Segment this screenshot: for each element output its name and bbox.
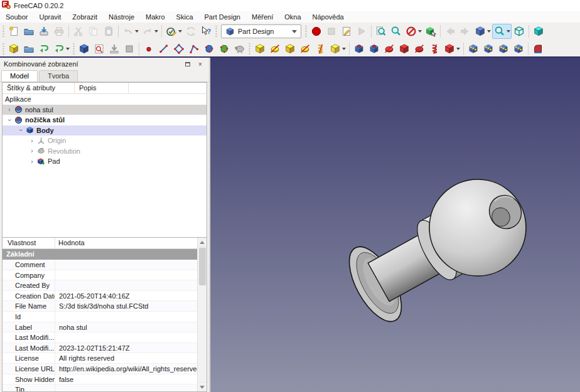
multi-transform-icon[interactable] xyxy=(511,41,526,56)
pocket-icon[interactable] xyxy=(352,41,367,56)
3d-scene[interactable] xyxy=(210,58,580,392)
menu-okna[interactable]: Okna xyxy=(279,12,306,22)
property-name[interactable]: Creation Date xyxy=(3,291,55,301)
scroll-down-arrow[interactable] xyxy=(198,382,207,391)
copy-icon[interactable] xyxy=(86,24,101,39)
groove-icon[interactable] xyxy=(382,41,397,56)
property-row-file-name[interactable]: File NameS:/3d tisk/3d/noha stul.FCStd xyxy=(3,301,197,312)
nav-back-icon[interactable] xyxy=(443,24,458,39)
toolbar-handle[interactable] xyxy=(215,24,218,38)
cut-icon[interactable] xyxy=(71,24,86,39)
additive-pipe-icon[interactable] xyxy=(298,41,313,56)
menu-upravit[interactable]: Upravit xyxy=(33,12,67,22)
property-row-id[interactable]: Id xyxy=(3,312,197,322)
additive-loft-icon[interactable] xyxy=(282,41,298,56)
property-value[interactable] xyxy=(55,260,197,270)
expand-arrow-icon[interactable]: › xyxy=(28,147,36,154)
property-value[interactable] xyxy=(55,312,197,322)
property-value[interactable] xyxy=(55,384,197,392)
property-name[interactable]: License URL xyxy=(3,364,55,374)
refresh-icon[interactable] xyxy=(183,24,198,39)
tree-row-no-i-ka-st-l[interactable]: ›nožička stůl xyxy=(3,115,207,125)
menu-n-pov-da[interactable]: Nápověda xyxy=(307,12,350,22)
edit-mode-icon[interactable] xyxy=(164,24,183,39)
link-tools-icon[interactable] xyxy=(51,41,71,56)
open-file-icon[interactable] xyxy=(21,24,36,39)
mirrored-icon[interactable] xyxy=(466,41,481,56)
tree-row-pad[interactable]: ›Pad xyxy=(3,156,207,167)
zoom-tools-icon[interactable] xyxy=(492,24,512,39)
property-value[interactable] xyxy=(55,332,197,342)
toolbar-handle[interactable] xyxy=(304,24,308,38)
panel-close-button[interactable]: × xyxy=(195,60,205,68)
menu-part-design[interactable]: Part Design xyxy=(199,12,246,22)
validate-sketch-icon[interactable] xyxy=(122,41,137,56)
macro-edit-icon[interactable] xyxy=(339,24,354,39)
property-name[interactable]: Last Modifi... xyxy=(3,332,55,342)
local-cs-icon[interactable] xyxy=(186,41,201,56)
property-scrollbar[interactable] xyxy=(197,238,207,391)
draw-style-icon[interactable] xyxy=(512,24,527,39)
select-bbox-icon[interactable] xyxy=(423,24,438,39)
datum-line-icon[interactable] xyxy=(156,41,171,56)
subtractive-helix-icon[interactable] xyxy=(427,41,442,56)
property-name[interactable]: File Name xyxy=(3,301,55,311)
property-row-last-modifi-[interactable]: Last Modifi... xyxy=(3,332,197,343)
pad-icon[interactable] xyxy=(252,41,267,56)
toolbar-handle[interactable] xyxy=(2,42,5,56)
menu-n-stroje[interactable]: Nástroje xyxy=(103,12,140,22)
texture-view-icon[interactable] xyxy=(531,24,546,39)
axonometric-view-icon[interactable] xyxy=(473,24,492,39)
property-group-zakladni[interactable]: Základní xyxy=(3,249,207,260)
property-name[interactable]: Id xyxy=(3,312,55,322)
subtractive-loft-icon[interactable] xyxy=(397,41,412,56)
revolution-icon[interactable] xyxy=(267,41,282,56)
new-file-icon[interactable] xyxy=(6,24,21,39)
make-link-icon[interactable] xyxy=(36,41,51,56)
hole-icon[interactable] xyxy=(367,41,382,56)
panel-float-button[interactable] xyxy=(183,60,193,68)
create-sketch-icon[interactable] xyxy=(92,41,107,56)
menu-makro[interactable]: Makro xyxy=(140,12,171,22)
property-value[interactable]: S:/3d tisk/3d/noha stul.FCStd xyxy=(55,301,197,311)
property-value[interactable]: 2021-05-20T14:40:16Z xyxy=(55,291,197,301)
property-row-last-modifi-[interactable]: Last Modifi...2023-12-02T15:21:47Z xyxy=(3,343,197,354)
clipping-plane-icon[interactable] xyxy=(404,24,423,39)
subtractive-primitive-icon[interactable] xyxy=(442,41,461,56)
tree-row-revolution[interactable]: ›Revolution xyxy=(3,146,207,157)
property-value[interactable]: 2023-12-02T15:21:47Z xyxy=(55,343,197,353)
property-name[interactable]: Created By xyxy=(3,280,55,290)
workbench-selector[interactable]: Part Design xyxy=(221,24,301,38)
property-name[interactable]: Last Modifi... xyxy=(3,343,55,353)
property-value[interactable] xyxy=(55,280,197,290)
tree-row-aplikace[interactable]: Aplikace xyxy=(3,94,207,105)
additive-primitive-icon[interactable] xyxy=(328,41,347,56)
subtractive-pipe-icon[interactable] xyxy=(412,41,427,56)
tree-row-body[interactable]: ›Body xyxy=(3,125,207,136)
fit-all-icon[interactable] xyxy=(373,24,389,39)
point-icon[interactable] xyxy=(141,41,156,56)
paste-icon[interactable] xyxy=(101,24,116,39)
whats-this-icon[interactable]: ? xyxy=(198,24,213,39)
tab-model[interactable]: Model xyxy=(1,70,38,82)
tree-row-noha-stul[interactable]: ›noha stul xyxy=(3,105,207,115)
expand-arrow-icon[interactable]: › xyxy=(5,106,14,113)
create-body-icon[interactable] xyxy=(77,41,92,56)
property-row-creation-date[interactable]: Creation Date2021-05-20T14:40:16Z xyxy=(3,291,197,302)
property-name[interactable]: Tip xyxy=(3,384,55,392)
property-name[interactable]: Label xyxy=(3,322,55,332)
menu-zobrazit[interactable]: Zobrazit xyxy=(67,12,103,22)
additive-helix-icon[interactable] xyxy=(313,41,328,56)
property-row-label[interactable]: Labelnoha stul xyxy=(3,322,197,333)
property-name[interactable]: License xyxy=(3,353,55,363)
undo-icon[interactable] xyxy=(121,24,140,39)
property-value[interactable] xyxy=(55,270,197,280)
nav-forward-icon[interactable] xyxy=(458,24,473,39)
linear-pattern-icon[interactable] xyxy=(481,41,496,56)
macro-play-icon[interactable] xyxy=(354,24,369,39)
property-row-tip[interactable]: Tip xyxy=(3,384,197,392)
shape-binder-icon[interactable] xyxy=(201,41,217,56)
property-row-license[interactable]: LicenseAll rights reserved xyxy=(3,353,197,364)
expand-arrow-icon[interactable]: › xyxy=(28,137,36,144)
redo-icon[interactable] xyxy=(140,24,159,39)
